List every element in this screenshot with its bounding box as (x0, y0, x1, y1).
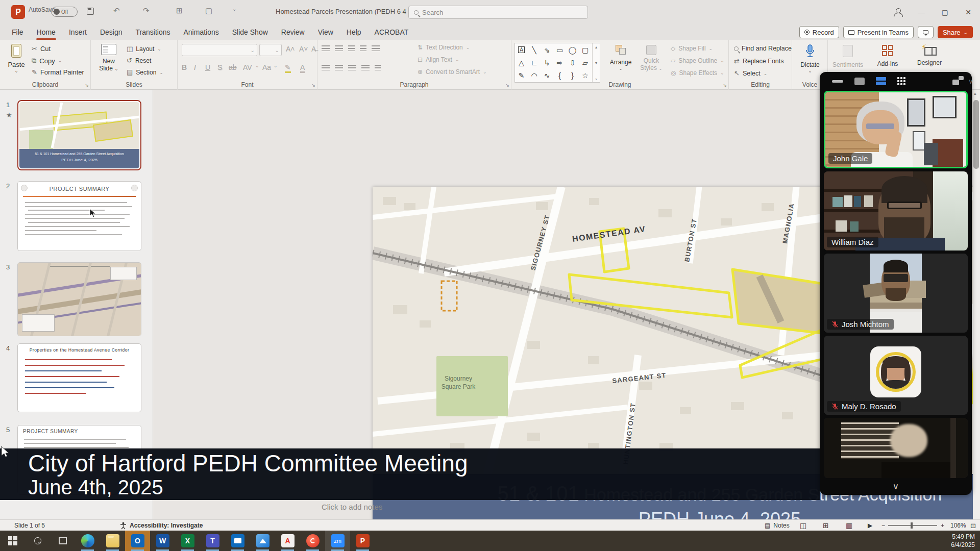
arc-icon[interactable]: ◠ (531, 71, 537, 80)
shape-outline-button[interactable]: ▱Shape Outline⌄ (671, 57, 724, 64)
sentiments-button[interactable]: Sentiments (832, 45, 864, 68)
bullets-button[interactable] (322, 45, 330, 53)
highlight-color-button[interactable]: ✎ (285, 63, 291, 73)
shapes-gallery[interactable]: A ╲ ⇘ ▭ ◯ ▢ △ ∟ ↳ ⇨ ⇩ ▱ ✎ ◠ ∿ { } ☆ (514, 43, 600, 83)
zoom-out-button[interactable]: − (881, 520, 885, 531)
tab-insert[interactable]: Insert (62, 24, 93, 40)
maximize-button[interactable]: ▢ (933, 0, 957, 24)
undo-button[interactable]: ↶ (113, 6, 120, 15)
minimize-videos-icon[interactable] (832, 80, 843, 83)
start-button[interactable] (0, 531, 25, 551)
minimize-button[interactable]: — (910, 0, 933, 24)
select-button[interactable]: ↖Select⌄ (734, 69, 767, 77)
print-preview-button[interactable]: ▢ (205, 6, 212, 15)
redo-button[interactable]: ↷ (143, 6, 150, 15)
fit-to-window-button[interactable]: ⊡ (970, 520, 976, 531)
save-button[interactable] (87, 8, 94, 15)
autosave-toggle[interactable]: Off (51, 7, 78, 17)
zoom-in-button[interactable]: + (941, 520, 944, 531)
rectangle-icon[interactable]: ▭ (556, 46, 563, 54)
triangle-icon[interactable]: △ (519, 59, 524, 67)
tab-acrobat[interactable]: ACROBAT (368, 24, 415, 40)
elbow-arrow-icon[interactable]: ↳ (544, 59, 550, 67)
underline-button[interactable]: U (205, 63, 210, 71)
shape-effects-button[interactable]: ◎Shape Effects⌄ (671, 69, 724, 77)
grow-font-button[interactable]: A˄ (286, 45, 295, 53)
chevron-down-icon[interactable]: ⌄ (255, 63, 259, 68)
shrink-font-button[interactable]: A˅ (299, 45, 308, 53)
tab-view[interactable]: View (311, 24, 340, 40)
task-view-button[interactable] (50, 531, 75, 551)
left-brace-icon[interactable]: { (558, 71, 561, 80)
taskbar-photos[interactable] (250, 531, 275, 551)
rounded-rectangle-icon[interactable]: ▢ (582, 46, 589, 54)
curve-icon[interactable]: ∿ (544, 71, 550, 80)
font-size-combobox[interactable]: ⌄ (259, 44, 282, 56)
record-button[interactable]: Record (799, 26, 839, 38)
taskbar-teams[interactable]: T (200, 531, 225, 551)
align-text-button[interactable]: ⊟Align Text⌄ (418, 56, 459, 63)
meeting-caption-overlay[interactable]: City of Hartford PEDH Committee Meeting … (0, 448, 820, 500)
participant-tile-unnamed[interactable] (824, 418, 968, 478)
reading-view-button[interactable]: ▥ (846, 520, 852, 531)
strikethrough-button[interactable]: ab (229, 63, 237, 71)
scrollbar-thumb[interactable] (973, 100, 979, 169)
zoom-panel-chevron-icon[interactable]: ∨ (968, 78, 973, 85)
dictate-button[interactable]: Dictate ⌄ (798, 44, 822, 73)
taskbar-acrobat[interactable]: A (275, 531, 300, 551)
tab-animations[interactable]: Animations (177, 24, 225, 40)
elbow-icon[interactable]: ∟ (531, 59, 538, 67)
replace-fonts-button[interactable]: ⇄Replace Fonts (734, 57, 784, 65)
zoom-slider-handle[interactable] (911, 522, 913, 529)
freeform-icon[interactable]: ✎ (519, 71, 525, 80)
tab-transitions[interactable]: Transitions (129, 24, 177, 40)
zoom-meeting-panel[interactable]: John Gale William Diaz (820, 72, 972, 495)
decrease-indent-button[interactable] (348, 45, 355, 53)
taskbar-powerpoint[interactable]: P (350, 531, 375, 551)
numbering-button[interactable] (335, 45, 343, 53)
slide-sorter-view-button[interactable]: ⊞ (823, 520, 829, 531)
taskbar-edge-icon[interactable] (75, 531, 100, 551)
participant-tile-john-gale[interactable]: John Gale (824, 91, 968, 168)
font-color-button[interactable]: A (300, 63, 305, 73)
character-spacing-button[interactable]: AV (243, 63, 252, 71)
tab-slide-show[interactable]: Slide Show (226, 24, 275, 40)
align-left-button[interactable] (322, 64, 330, 72)
participant-tile-maly-rosado[interactable]: Maly D. Rosado (824, 336, 968, 415)
taskbar-excel[interactable]: X (175, 531, 200, 551)
clipboard-dialog-launcher[interactable]: ↘ (85, 83, 89, 88)
taskbar-zoom[interactable]: zm (325, 531, 350, 551)
drawing-dialog-launcher[interactable]: ↘ (723, 83, 727, 88)
normal-view-button[interactable]: ◫ (800, 520, 806, 531)
participant-tile-josh-michtom[interactable]: Josh Michtom (824, 254, 968, 333)
account-button[interactable] (886, 0, 910, 24)
notes-placeholder[interactable]: Click to add notes (322, 503, 382, 511)
speaker-view-icon[interactable] (854, 78, 865, 85)
vertical-scrollbar[interactable]: ▴ (973, 90, 980, 519)
reset-button[interactable]: ↺Reset (127, 57, 151, 64)
format-painter-button[interactable]: ✎Format Painter (32, 68, 84, 76)
star-icon[interactable]: ☆ (582, 71, 589, 80)
slideshow-button[interactable]: ▶ (868, 520, 872, 531)
scroll-up-icon[interactable]: ▴ (974, 91, 976, 96)
accessibility-status[interactable]: Accessibility: Investigate (120, 520, 203, 531)
italic-button[interactable]: I (194, 63, 196, 71)
search-input[interactable]: Search (408, 6, 588, 19)
text-box-icon[interactable]: A (518, 46, 525, 53)
taskbar-explorer-icon[interactable] (100, 531, 125, 551)
clear-formatting-button[interactable]: A̶ (311, 45, 316, 53)
thumbnail-slide-4[interactable]: Properties on the Homestead Avenue Corri… (17, 343, 141, 412)
down-arrow-icon[interactable]: ⇩ (570, 59, 576, 67)
quick-styles-button[interactable]: Quick Styles ⌄ (637, 45, 666, 71)
thumbnail-slide-2[interactable]: PROJECT SUMMARY (17, 181, 141, 251)
columns-button[interactable] (375, 64, 381, 72)
tab-design[interactable]: Design (93, 24, 129, 40)
chevron-down-icon[interactable]: ⌄ (274, 63, 278, 68)
parallelogram-icon[interactable]: ▱ (582, 59, 588, 67)
taskbar-word[interactable]: W (150, 531, 175, 551)
thumbnail-slide-3[interactable] (17, 262, 141, 336)
qat-customize-button[interactable]: ⌄ (232, 6, 236, 12)
oval-icon[interactable]: ◯ (569, 46, 577, 54)
tab-review[interactable]: Review (275, 24, 311, 40)
paragraph-dialog-launcher[interactable]: ↘ (505, 83, 509, 88)
